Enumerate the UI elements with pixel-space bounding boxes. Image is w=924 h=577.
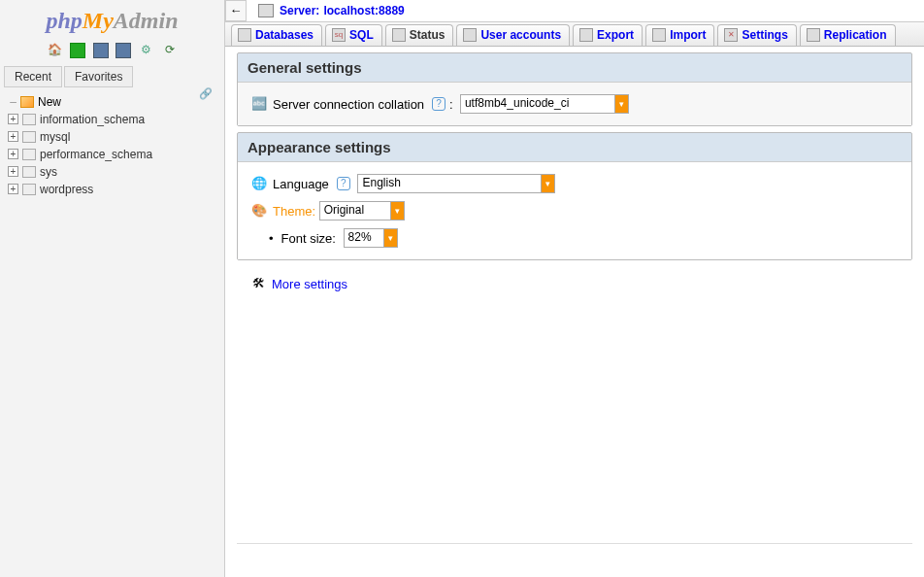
language-value: English [357,174,542,193]
expand-icon[interactable]: + [8,149,18,159]
tree-db-wordpress[interactable]: + wordpress [8,181,220,198]
more-settings-row: 🛠 More settings [237,266,912,295]
server-icon [258,4,274,17]
sql-icon: sq [332,28,346,42]
settings-icon: ✕ [724,28,738,42]
collapse-sidebar-button[interactable]: ← [225,0,247,21]
chevron-down-icon: ▾ [615,94,629,114]
tree-db-label: sys [40,165,57,179]
status-icon [392,28,406,42]
appearance-settings-title: Appearance settings [238,133,911,161]
chevron-down-icon: ▾ [391,201,405,221]
link-icon[interactable]: 🔗 [199,87,213,100]
export-icon [579,28,593,42]
more-settings-link[interactable]: More settings [272,277,347,291]
content: General settings 🔤 Server connection col… [225,47,924,577]
fontsize-label: Font size: [281,231,336,246]
tree-db-sys[interactable]: + sys [8,163,220,181]
tree-db-performance-schema[interactable]: + performance_schema [8,146,220,163]
top-tabs: Databases sqSQL Status User accounts Exp… [225,21,924,47]
collation-value: utf8mb4_unicode_ci [460,94,615,114]
collation-label: Server connection collation [273,97,424,112]
tab-sql[interactable]: sqSQL [325,24,382,46]
language-label: Language [273,177,329,191]
tab-user-accounts[interactable]: User accounts [456,24,570,46]
tree-new[interactable]: – New [8,93,220,111]
general-settings-group: General settings 🔤 Server connection col… [237,52,912,126]
tree-db-mysql[interactable]: + mysql [8,128,220,146]
tab-replication[interactable]: Replication [800,24,896,46]
query-icon[interactable] [116,43,131,58]
main: ← Server: localhost:8889 Databases sqSQL… [225,0,924,577]
tree-db-label: performance_schema [40,148,152,161]
recent-favorites-tabs: Recent Favorites [0,66,224,87]
nav-settings-icon[interactable]: ⚙ [139,43,154,58]
users-icon [463,28,477,42]
appearance-settings-group: Appearance settings 🌐 Language ? English… [237,132,912,260]
theme-value: Original [319,201,391,221]
tab-import[interactable]: Import [645,24,714,46]
tab-status[interactable]: Status [385,24,454,46]
chevron-down-icon: ▾ [384,228,398,248]
reload-icon[interactable]: ⟳ [162,43,178,58]
collation-row: 🔤 Server connection collation ?: utf8mb4… [251,90,898,118]
database-icon [22,114,36,125]
tree-db-information-schema[interactable]: + information_schema [8,111,220,128]
help-icon[interactable]: ? [432,97,446,111]
general-settings-title: General settings [238,53,911,82]
database-icon [22,131,36,143]
chevron-down-icon: ▾ [542,174,555,193]
sidebar-toolbar: 🏠 ⚙ ⟳ [0,38,224,66]
help-icon[interactable]: ? [337,177,350,190]
tools-icon: 🛠 [250,276,266,291]
theme-label[interactable]: Theme: [273,204,315,219]
breadcrumb: Server: localhost:8889 [252,0,411,21]
theme-select[interactable]: Original ▾ [319,201,405,221]
docs-icon[interactable] [93,43,109,58]
logo[interactable]: phpMyAdmin [0,0,224,38]
collation-icon: 🔤 [251,96,267,112]
import-icon [652,28,666,42]
database-icon [22,149,36,160]
database-icon [22,166,36,178]
fontsize-select[interactable]: 82% ▾ [344,228,398,248]
language-select[interactable]: English ▾ [357,174,555,193]
sidebar: phpMyAdmin 🏠 ⚙ ⟳ Recent Favorites 🔗 – Ne… [0,0,225,577]
language-icon: 🌐 [251,176,267,191]
language-row: 🌐 Language ? English ▾ [251,170,898,197]
tree-db-label: wordpress [40,183,93,196]
theme-row: 🎨 Theme: Original ▾ [251,197,898,224]
collation-select[interactable]: utf8mb4_unicode_ci ▾ [460,94,629,114]
database-icon [22,184,36,195]
logo-php: php [46,8,82,33]
tab-databases[interactable]: Databases [231,24,322,46]
expand-icon[interactable]: + [8,114,18,124]
home-icon[interactable]: 🏠 [47,43,62,58]
tree-new-label: New [38,95,61,109]
tab-export[interactable]: Export [573,24,643,46]
replication-icon [807,28,820,42]
db-tree: – New + information_schema + mysql + per… [0,87,224,202]
expand-icon[interactable]: + [8,131,18,142]
tab-favorites[interactable]: Favorites [64,66,133,87]
fontsize-value: 82% [344,228,384,248]
fontsize-row: Font size: 82% ▾ [251,224,898,252]
tree-db-label: mysql [40,130,70,144]
tree-db-label: information_schema [40,113,145,126]
divider [237,543,912,544]
tab-settings[interactable]: ✕Settings [717,24,796,46]
databases-icon [238,28,251,42]
expand-icon[interactable]: + [8,184,18,194]
logo-admin: Admin [114,8,179,33]
theme-icon: 🎨 [251,203,267,219]
breadcrumb-server[interactable]: localhost:8889 [323,4,404,17]
expand-icon[interactable]: + [8,166,18,177]
new-db-icon [20,96,34,108]
tab-recent[interactable]: Recent [4,66,62,87]
exit-icon[interactable] [70,43,85,58]
logo-my: My [82,8,114,33]
breadcrumb-label: Server: [280,4,319,17]
